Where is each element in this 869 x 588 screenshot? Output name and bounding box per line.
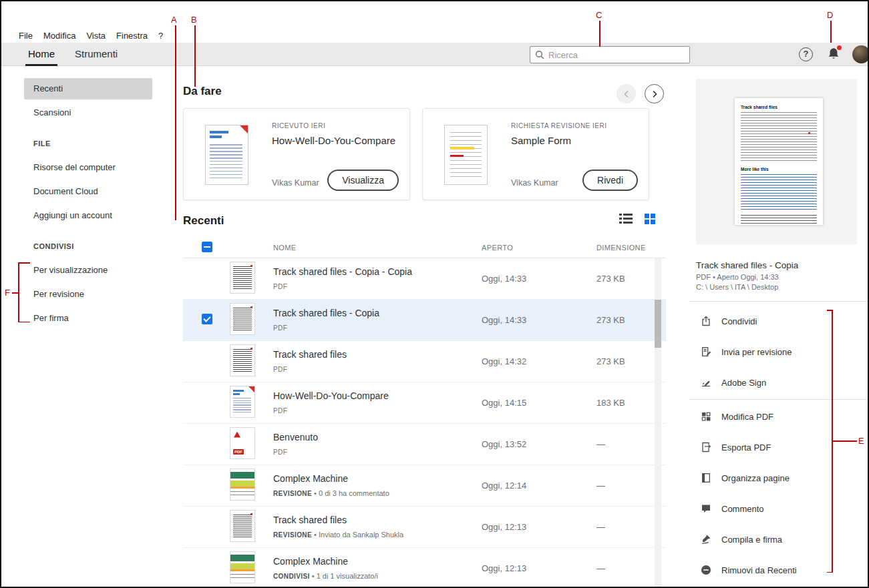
preview-text-lines [741,112,817,163]
file-name: Complex Machine [273,556,477,567]
tab-strumenti[interactable]: Strumenti [72,43,120,66]
card-title: Sample Form [511,133,645,148]
annotation-b-line [194,25,196,87]
tab-home[interactable]: Home [25,43,57,66]
detail-file-meta: PDF • Aperto Oggi, 14:33 [696,273,779,281]
file-name: Track shared files - Copia - Copia [273,266,477,277]
search-input[interactable] [548,50,685,60]
action-organizza-pagine[interactable]: Organizza pagine [689,463,868,493]
sidebar-item-per-revisione[interactable]: Per revisione [24,284,152,305]
file-name: Track shared files [273,515,477,525]
todo-card[interactable]: RICHIESTA REVISIONE IERI Sample Form Vik… [422,108,649,200]
menu-file[interactable]: File [19,31,33,41]
sidebar-item-per-firma[interactable]: Per firma [24,308,152,329]
file-thumbnail [230,262,255,294]
table-row[interactable]: Complex Machine REVISIONE• 0 di 3 ha com… [183,465,666,507]
annotation-c-line [599,21,600,47]
action-modifica-pdf[interactable]: Modifica PDF [689,401,868,432]
notification-dot [837,45,842,50]
detail-panel: Track shared files More like this Track … [689,66,868,587]
divider [689,301,868,302]
table-row[interactable]: Track shared files REVISIONE• Inviato da… [183,507,666,548]
annotation-d-line [830,21,832,43]
action-label: Compila e firma [721,535,782,545]
column-aperto: APERTO [477,244,592,252]
search-box[interactable] [530,46,690,63]
card-owner: Vikas Kumar [272,178,319,188]
action-compila-e-firma[interactable]: Compila e firma [689,524,868,555]
notification-bell-icon[interactable] [828,47,841,61]
table-row[interactable]: Track shared files PDF Oggi, 14:32 273 K… [183,341,666,382]
file-name: Track shared files [273,349,477,360]
card-title: How-Well-Do-You-Compare [272,133,405,148]
file-thumbnail [230,551,255,583]
chevron-left-icon [623,90,630,98]
preview-title: Track shared files [741,105,817,109]
file-type: PDF [273,449,287,456]
menu-vista[interactable]: Vista [86,31,106,41]
file-opened: Oggi, 14:33 [477,274,592,284]
card-owner: Vikas Kumar [511,178,558,188]
visualizza-button[interactable]: Visualizza [327,170,399,191]
search-icon [535,50,544,59]
help-glyph: ? [804,49,809,59]
annotation-b-letter: B [191,15,197,25]
help-icon[interactable]: ? [799,47,813,61]
recent-section-title: Recenti [183,214,224,228]
acrobat-home-window: File Modifica Vista Finestra ? Home Stru… [0,0,869,588]
sidebar: Recenti Scansioni FILE Risorse del compu… [1,66,170,587]
file-opened: Oggi, 14:15 [477,398,592,408]
file-thumbnail [230,386,255,418]
action-rimuovi-da-recenti[interactable]: Rimuovi da Recenti [689,555,868,585]
annotation-e-tick-top [827,310,832,311]
table-row[interactable]: Track shared files - Copia - Copia PDF O… [183,258,666,300]
sidebar-item-aggiungi-account[interactable]: Aggiungi un account [24,205,152,226]
sidebar-item-per-visualizzazione[interactable]: Per visualizzazione [24,260,152,281]
file-name: How-Well-Do-You-Compare [273,390,477,401]
action-adobe-sign[interactable]: Adobe Sign [689,367,868,398]
annotation-a-line [175,25,176,220]
sidebar-item-risorse-del-computer[interactable]: Risorse del computer [24,157,152,178]
preview-text-lines [741,215,817,226]
sidebar-item-document-cloud[interactable]: Document Cloud [24,181,152,202]
action-esporta-pdf[interactable]: Esporta PDF [689,432,868,463]
row-checkbox[interactable] [202,314,212,324]
table-row[interactable]: Complex Machine CONDIVISI• 1 di 1 visual… [183,548,666,588]
action-condividi[interactable]: Condividi [689,306,868,336]
organize-pages-icon [700,473,711,483]
todo-card[interactable]: RICEVUTO IERI How-Well-Do-You-Compare Vi… [183,108,410,200]
table-row[interactable]: How-Well-Do-You-Compare PDF Oggi, 14:15 … [183,382,666,424]
menu-help[interactable]: ? [158,31,163,41]
carousel-next-button[interactable] [645,84,664,103]
file-opened: Oggi, 14:32 [477,356,592,366]
list-view-icon[interactable] [619,213,633,225]
sidebar-item-recenti[interactable]: Recenti [24,78,152,99]
file-type: PDF [273,324,287,332]
recent-files-table: NOME APERTO DIMENSIONE Track shared file… [183,237,666,588]
table-row-selected[interactable]: Track shared files - Copia PDF Oggi, 14:… [183,300,666,341]
menu-modifica[interactable]: Modifica [43,31,75,41]
select-all-checkbox[interactable] [202,242,212,252]
main-content: Da fare RICEVUTO IERI How-Well-Do-You-Co… [178,66,667,587]
edit-pdf-icon [700,411,711,422]
annotation-d-letter: D [827,10,833,20]
grid-view-icon[interactable] [645,214,655,224]
export-pdf-icon [700,442,711,453]
rivedi-button[interactable]: Rivedi [582,170,638,191]
card-thumbnail [444,125,488,185]
action-commento[interactable]: Commento [689,493,868,524]
table-scrollbar[interactable] [655,258,661,587]
annotation-c-letter: C [596,10,602,20]
file-name: Benvenuto [273,432,477,443]
avatar[interactable] [852,45,869,63]
action-list: Condividi Invia per revisione Adobe Sign [689,306,868,585]
action-label: Invia per revisione [721,347,792,357]
carousel-prev-button[interactable] [617,84,636,103]
table-row[interactable]: Benvenuto PDF Oggi, 13:52 — [183,424,666,465]
share-icon [700,316,711,326]
sidebar-item-scansioni[interactable]: Scansioni [24,102,152,123]
menu-finestra[interactable]: Finestra [116,31,148,41]
action-invia-per-revisione[interactable]: Invia per revisione [689,336,868,367]
annotation-f-tick-bottom [18,322,30,323]
scrollbar-thumb[interactable] [655,300,661,348]
